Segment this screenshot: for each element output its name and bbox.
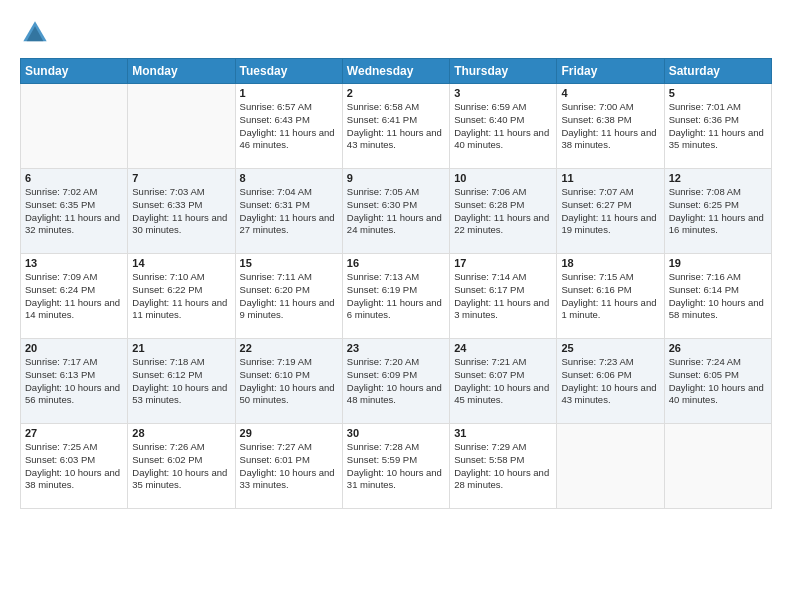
calendar-cell: 2 Sunrise: 6:58 AM Sunset: 6:41 PM Dayli…	[342, 84, 449, 169]
sunset: Sunset: 6:22 PM	[132, 284, 230, 297]
sunrise: Sunrise: 7:07 AM	[561, 186, 659, 199]
calendar-cell: 25 Sunrise: 7:23 AM Sunset: 6:06 PM Dayl…	[557, 339, 664, 424]
sunrise: Sunrise: 7:01 AM	[669, 101, 767, 114]
daylight: Daylight: 11 hours and 32 minutes.	[25, 212, 123, 238]
calendar-cell: 8 Sunrise: 7:04 AM Sunset: 6:31 PM Dayli…	[235, 169, 342, 254]
day-number: 9	[347, 172, 445, 184]
day-number: 31	[454, 427, 552, 439]
daylight: Daylight: 10 hours and 43 minutes.	[561, 382, 659, 408]
day-number: 3	[454, 87, 552, 99]
calendar-cell: 12 Sunrise: 7:08 AM Sunset: 6:25 PM Dayl…	[664, 169, 771, 254]
calendar-cell: 28 Sunrise: 7:26 AM Sunset: 6:02 PM Dayl…	[128, 424, 235, 509]
calendar-cell: 4 Sunrise: 7:00 AM Sunset: 6:38 PM Dayli…	[557, 84, 664, 169]
day-number: 19	[669, 257, 767, 269]
calendar-cell: 9 Sunrise: 7:05 AM Sunset: 6:30 PM Dayli…	[342, 169, 449, 254]
calendar-table: SundayMondayTuesdayWednesdayThursdayFrid…	[20, 58, 772, 509]
daylight: Daylight: 11 hours and 11 minutes.	[132, 297, 230, 323]
sunset: Sunset: 6:13 PM	[25, 369, 123, 382]
page: SundayMondayTuesdayWednesdayThursdayFrid…	[0, 0, 792, 612]
calendar-row: 13 Sunrise: 7:09 AM Sunset: 6:24 PM Dayl…	[21, 254, 772, 339]
weekday-header-thursday: Thursday	[450, 59, 557, 84]
sunset: Sunset: 6:24 PM	[25, 284, 123, 297]
calendar-cell: 31 Sunrise: 7:29 AM Sunset: 5:58 PM Dayl…	[450, 424, 557, 509]
daylight: Daylight: 10 hours and 53 minutes.	[132, 382, 230, 408]
daylight: Daylight: 10 hours and 35 minutes.	[132, 467, 230, 493]
logo	[20, 18, 54, 48]
sunset: Sunset: 6:43 PM	[240, 114, 338, 127]
day-number: 5	[669, 87, 767, 99]
day-number: 8	[240, 172, 338, 184]
sunset: Sunset: 6:09 PM	[347, 369, 445, 382]
day-number: 20	[25, 342, 123, 354]
calendar-cell	[128, 84, 235, 169]
calendar-cell: 18 Sunrise: 7:15 AM Sunset: 6:16 PM Dayl…	[557, 254, 664, 339]
day-number: 7	[132, 172, 230, 184]
weekday-header-saturday: Saturday	[664, 59, 771, 84]
sunset: Sunset: 6:03 PM	[25, 454, 123, 467]
sunset: Sunset: 6:16 PM	[561, 284, 659, 297]
calendar-cell: 29 Sunrise: 7:27 AM Sunset: 6:01 PM Dayl…	[235, 424, 342, 509]
sunrise: Sunrise: 7:17 AM	[25, 356, 123, 369]
calendar-cell: 23 Sunrise: 7:20 AM Sunset: 6:09 PM Dayl…	[342, 339, 449, 424]
daylight: Daylight: 10 hours and 28 minutes.	[454, 467, 552, 493]
daylight: Daylight: 11 hours and 14 minutes.	[25, 297, 123, 323]
sunrise: Sunrise: 7:00 AM	[561, 101, 659, 114]
sunset: Sunset: 6:07 PM	[454, 369, 552, 382]
sunrise: Sunrise: 7:29 AM	[454, 441, 552, 454]
sunset: Sunset: 6:33 PM	[132, 199, 230, 212]
daylight: Daylight: 11 hours and 30 minutes.	[132, 212, 230, 238]
sunset: Sunset: 5:59 PM	[347, 454, 445, 467]
daylight: Daylight: 11 hours and 46 minutes.	[240, 127, 338, 153]
sunset: Sunset: 6:35 PM	[25, 199, 123, 212]
sunset: Sunset: 6:06 PM	[561, 369, 659, 382]
sunrise: Sunrise: 7:03 AM	[132, 186, 230, 199]
weekday-header-sunday: Sunday	[21, 59, 128, 84]
daylight: Daylight: 11 hours and 35 minutes.	[669, 127, 767, 153]
sunrise: Sunrise: 7:26 AM	[132, 441, 230, 454]
calendar-cell: 22 Sunrise: 7:19 AM Sunset: 6:10 PM Dayl…	[235, 339, 342, 424]
weekday-header-row: SundayMondayTuesdayWednesdayThursdayFrid…	[21, 59, 772, 84]
daylight: Daylight: 10 hours and 45 minutes.	[454, 382, 552, 408]
daylight: Daylight: 11 hours and 24 minutes.	[347, 212, 445, 238]
sunset: Sunset: 6:12 PM	[132, 369, 230, 382]
calendar-cell: 11 Sunrise: 7:07 AM Sunset: 6:27 PM Dayl…	[557, 169, 664, 254]
calendar-cell: 27 Sunrise: 7:25 AM Sunset: 6:03 PM Dayl…	[21, 424, 128, 509]
sunrise: Sunrise: 7:24 AM	[669, 356, 767, 369]
day-number: 23	[347, 342, 445, 354]
calendar-cell: 6 Sunrise: 7:02 AM Sunset: 6:35 PM Dayli…	[21, 169, 128, 254]
sunrise: Sunrise: 7:18 AM	[132, 356, 230, 369]
calendar-cell: 15 Sunrise: 7:11 AM Sunset: 6:20 PM Dayl…	[235, 254, 342, 339]
sunset: Sunset: 6:31 PM	[240, 199, 338, 212]
day-number: 2	[347, 87, 445, 99]
day-number: 29	[240, 427, 338, 439]
day-number: 16	[347, 257, 445, 269]
sunset: Sunset: 6:36 PM	[669, 114, 767, 127]
daylight: Daylight: 11 hours and 40 minutes.	[454, 127, 552, 153]
sunset: Sunset: 6:02 PM	[132, 454, 230, 467]
daylight: Daylight: 10 hours and 58 minutes.	[669, 297, 767, 323]
day-number: 1	[240, 87, 338, 99]
calendar-cell: 7 Sunrise: 7:03 AM Sunset: 6:33 PM Dayli…	[128, 169, 235, 254]
calendar-cell	[664, 424, 771, 509]
calendar-cell: 30 Sunrise: 7:28 AM Sunset: 5:59 PM Dayl…	[342, 424, 449, 509]
sunset: Sunset: 6:28 PM	[454, 199, 552, 212]
calendar-row: 27 Sunrise: 7:25 AM Sunset: 6:03 PM Dayl…	[21, 424, 772, 509]
sunrise: Sunrise: 7:06 AM	[454, 186, 552, 199]
sunrise: Sunrise: 7:09 AM	[25, 271, 123, 284]
calendar-cell: 1 Sunrise: 6:57 AM Sunset: 6:43 PM Dayli…	[235, 84, 342, 169]
sunrise: Sunrise: 7:14 AM	[454, 271, 552, 284]
calendar-cell	[557, 424, 664, 509]
calendar-row: 1 Sunrise: 6:57 AM Sunset: 6:43 PM Dayli…	[21, 84, 772, 169]
day-number: 30	[347, 427, 445, 439]
sunrise: Sunrise: 6:58 AM	[347, 101, 445, 114]
day-number: 25	[561, 342, 659, 354]
day-number: 10	[454, 172, 552, 184]
sunset: Sunset: 6:25 PM	[669, 199, 767, 212]
day-number: 18	[561, 257, 659, 269]
weekday-header-friday: Friday	[557, 59, 664, 84]
daylight: Daylight: 11 hours and 9 minutes.	[240, 297, 338, 323]
calendar-cell: 17 Sunrise: 7:14 AM Sunset: 6:17 PM Dayl…	[450, 254, 557, 339]
calendar-cell: 14 Sunrise: 7:10 AM Sunset: 6:22 PM Dayl…	[128, 254, 235, 339]
day-number: 22	[240, 342, 338, 354]
daylight: Daylight: 10 hours and 56 minutes.	[25, 382, 123, 408]
